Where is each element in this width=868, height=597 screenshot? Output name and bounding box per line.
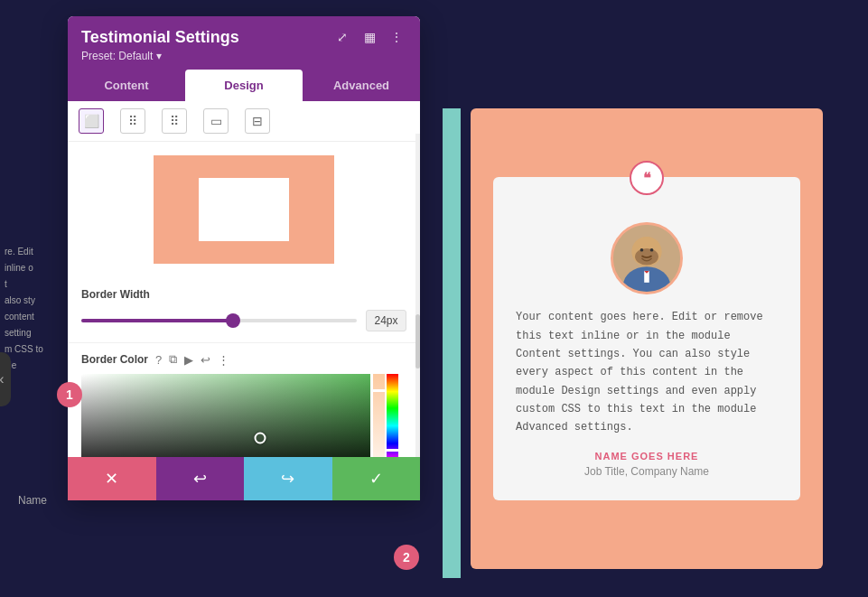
panel-title: Testimonial Settings: [81, 28, 239, 47]
step-badge-1: 1: [57, 382, 82, 407]
border-color-label: Border Color: [81, 353, 148, 366]
border-width-thumb[interactable]: [226, 313, 240, 328]
scrollbar-thumb[interactable]: [415, 314, 420, 368]
color-more-icon[interactable]: ⋮: [218, 353, 229, 367]
testimonial-card: ❝ Your conte: [493, 177, 800, 500]
preview-area: [68, 142, 420, 277]
border-width-slider-row: 24px: [81, 310, 406, 331]
undo-button[interactable]: ↩: [156, 457, 245, 500]
testimonial-job-title: Job Title, Company Name: [516, 465, 778, 478]
quote-icon: ❝: [630, 161, 664, 195]
preset-label[interactable]: Preset: Default ▾: [81, 50, 406, 62]
border-color-label-row: Border Color ? ⧉ ▶ ↩ ⋮: [81, 352, 406, 367]
panel-header-icons: ⤢ ▦ ⋮: [332, 27, 406, 47]
testimonial-body-text: Your content goes here. Edit or remove t…: [516, 308, 778, 437]
tab-advanced[interactable]: Advanced: [303, 70, 420, 101]
color-undo-icon[interactable]: ↩: [201, 353, 210, 367]
icon-row-item-4[interactable]: ▭: [203, 108, 229, 134]
arrow-icon[interactable]: ▶: [184, 353, 193, 367]
left-page-text: re. Edit inline o t also sty content set…: [5, 244, 68, 374]
testimonial-name: NAME GOES HERE: [516, 451, 778, 462]
icon-row-item-1[interactable]: ⬜: [79, 108, 104, 134]
avatar: [611, 222, 683, 294]
color-picker-thumb: [255, 433, 266, 444]
help-icon[interactable]: ?: [155, 353, 162, 367]
preview-inner: [199, 178, 289, 241]
panel-tabs: Content Design Advanced: [68, 70, 420, 101]
svg-point-7: [650, 248, 654, 252]
grid-icon[interactable]: ▦: [359, 27, 379, 47]
copy-icon[interactable]: ⧉: [169, 352, 177, 367]
redo-button[interactable]: ↪: [244, 457, 332, 500]
step-badge-2: 2: [394, 545, 419, 570]
preview-box: [154, 155, 334, 264]
panel-scrollbar[interactable]: [415, 134, 420, 457]
testimonial-preview-area: ❝ Your conte: [471, 108, 823, 569]
svg-point-6: [640, 248, 644, 252]
name-label: Name: [18, 494, 47, 507]
resize-icon[interactable]: ⤢: [332, 27, 352, 47]
left-nav-arrow[interactable]: ‹: [0, 352, 11, 406]
border-width-value[interactable]: 24px: [366, 310, 406, 331]
icon-row-item-2[interactable]: ⠿: [120, 108, 145, 134]
hue-thumb: [386, 449, 399, 452]
save-button[interactable]: ✓: [332, 457, 421, 500]
settings-panel: Testimonial Settings ⤢ ▦ ⋮ Preset: Defau…: [68, 16, 420, 500]
icon-row-item-3[interactable]: ⠿: [162, 108, 187, 134]
panel-header: Testimonial Settings ⤢ ▦ ⋮ Preset: Defau…: [68, 16, 420, 70]
alpha-thumb: [372, 389, 386, 392]
border-width-label: Border Width: [81, 288, 406, 301]
tab-design[interactable]: Design: [185, 70, 303, 101]
border-width-track[interactable]: [81, 319, 357, 322]
tab-content[interactable]: Content: [68, 70, 185, 101]
design-icon-row: ⬜ ⠿ ⠿ ▭ ⊟: [68, 101, 420, 142]
bottom-action-bar: ✕ ↩ ↪ ✓: [68, 457, 420, 500]
icon-row-item-5[interactable]: ⊟: [245, 108, 270, 134]
cancel-button[interactable]: ✕: [68, 457, 156, 500]
border-width-section: Border Width 24px: [68, 277, 420, 343]
border-width-fill: [81, 319, 233, 322]
teal-divider: [443, 108, 461, 578]
more-options-icon[interactable]: ⋮: [387, 27, 406, 47]
